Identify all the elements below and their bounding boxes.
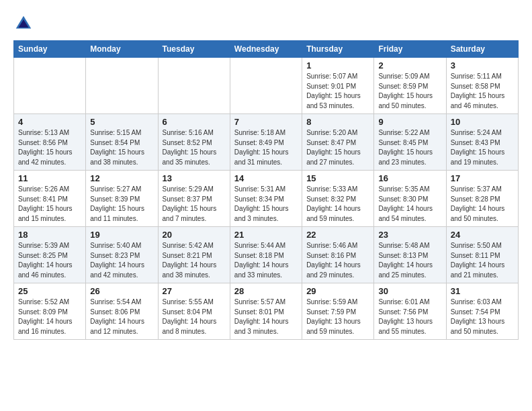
day-number: 16: [378, 173, 441, 183]
column-header-thursday: Thursday: [302, 41, 374, 58]
day-info: Sunrise: 5:57 AM Sunset: 8:01 PM Dayligh…: [234, 298, 298, 336]
day-cell: [86, 58, 158, 114]
day-cell: 6Sunrise: 5:16 AM Sunset: 8:52 PM Daylig…: [158, 114, 230, 171]
column-header-friday: Friday: [374, 41, 446, 58]
day-cell: 8Sunrise: 5:20 AM Sunset: 8:47 PM Daylig…: [302, 114, 374, 171]
day-number: 18: [18, 230, 81, 240]
day-number: 21: [234, 230, 298, 240]
day-info: Sunrise: 5:46 AM Sunset: 8:16 PM Dayligh…: [306, 241, 369, 280]
day-cell: 7Sunrise: 5:18 AM Sunset: 8:49 PM Daylig…: [230, 114, 302, 171]
day-info: Sunrise: 5:40 AM Sunset: 8:23 PM Dayligh…: [90, 241, 153, 280]
day-info: Sunrise: 6:03 AM Sunset: 7:54 PM Dayligh…: [451, 298, 514, 336]
day-cell: 5Sunrise: 5:15 AM Sunset: 8:54 PM Daylig…: [86, 114, 158, 171]
day-info: Sunrise: 5:42 AM Sunset: 8:21 PM Dayligh…: [163, 241, 226, 280]
column-header-tuesday: Tuesday: [158, 41, 230, 58]
day-number: 3: [451, 60, 514, 71]
day-info: Sunrise: 5:54 AM Sunset: 8:06 PM Dayligh…: [90, 298, 153, 336]
week-row-1: 1Sunrise: 5:07 AM Sunset: 9:01 PM Daylig…: [14, 58, 519, 114]
day-info: Sunrise: 5:59 AM Sunset: 7:59 PM Dayligh…: [306, 298, 369, 336]
day-info: Sunrise: 5:15 AM Sunset: 8:54 PM Dayligh…: [90, 128, 153, 167]
day-number: 27: [163, 286, 226, 296]
day-number: 30: [378, 286, 441, 296]
day-info: Sunrise: 5:16 AM Sunset: 8:52 PM Dayligh…: [163, 128, 226, 167]
day-cell: 24Sunrise: 5:50 AM Sunset: 8:11 PM Dayli…: [446, 227, 518, 283]
column-header-sunday: Sunday: [14, 41, 86, 58]
day-info: Sunrise: 5:37 AM Sunset: 8:28 PM Dayligh…: [451, 185, 514, 224]
day-number: 25: [18, 286, 81, 296]
day-cell: 25Sunrise: 5:52 AM Sunset: 8:09 PM Dayli…: [14, 283, 86, 340]
day-info: Sunrise: 5:07 AM Sunset: 9:01 PM Dayligh…: [306, 72, 369, 111]
day-info: Sunrise: 6:01 AM Sunset: 7:56 PM Dayligh…: [378, 298, 441, 336]
day-info: Sunrise: 5:20 AM Sunset: 8:47 PM Dayligh…: [306, 128, 369, 167]
day-number: 6: [163, 117, 226, 127]
day-number: 10: [451, 117, 514, 127]
day-cell: 1Sunrise: 5:07 AM Sunset: 9:01 PM Daylig…: [302, 58, 374, 114]
day-cell: 17Sunrise: 5:37 AM Sunset: 8:28 PM Dayli…: [446, 171, 518, 227]
day-number: 26: [90, 286, 153, 296]
day-cell: 14Sunrise: 5:31 AM Sunset: 8:34 PM Dayli…: [230, 171, 302, 227]
day-number: 5: [90, 117, 153, 127]
day-info: Sunrise: 5:13 AM Sunset: 8:56 PM Dayligh…: [18, 128, 81, 167]
day-info: Sunrise: 5:26 AM Sunset: 8:41 PM Dayligh…: [18, 185, 81, 224]
day-cell: 31Sunrise: 6:03 AM Sunset: 7:54 PM Dayli…: [446, 283, 518, 340]
column-header-wednesday: Wednesday: [230, 41, 302, 58]
day-info: Sunrise: 5:11 AM Sunset: 8:58 PM Dayligh…: [451, 72, 514, 111]
day-cell: 11Sunrise: 5:26 AM Sunset: 8:41 PM Dayli…: [14, 171, 86, 227]
week-row-4: 18Sunrise: 5:39 AM Sunset: 8:25 PM Dayli…: [14, 227, 519, 283]
week-row-3: 11Sunrise: 5:26 AM Sunset: 8:41 PM Dayli…: [14, 171, 519, 227]
day-info: Sunrise: 5:27 AM Sunset: 8:39 PM Dayligh…: [90, 185, 153, 224]
header-row: SundayMondayTuesdayWednesdayThursdayFrid…: [14, 41, 519, 58]
day-number: 13: [163, 173, 226, 183]
day-info: Sunrise: 5:09 AM Sunset: 8:59 PM Dayligh…: [378, 72, 441, 111]
day-info: Sunrise: 5:22 AM Sunset: 8:45 PM Dayligh…: [378, 128, 441, 167]
day-info: Sunrise: 5:24 AM Sunset: 8:43 PM Dayligh…: [451, 128, 514, 167]
day-cell: 19Sunrise: 5:40 AM Sunset: 8:23 PM Dayli…: [86, 227, 158, 283]
day-number: 31: [451, 286, 514, 296]
week-row-5: 25Sunrise: 5:52 AM Sunset: 8:09 PM Dayli…: [14, 283, 519, 340]
day-number: 9: [378, 117, 441, 127]
day-info: Sunrise: 5:55 AM Sunset: 8:04 PM Dayligh…: [163, 298, 226, 336]
day-number: 2: [378, 60, 441, 71]
day-number: 8: [306, 117, 369, 127]
week-row-2: 4Sunrise: 5:13 AM Sunset: 8:56 PM Daylig…: [14, 114, 519, 171]
day-cell: 9Sunrise: 5:22 AM Sunset: 8:45 PM Daylig…: [374, 114, 446, 171]
day-cell: 4Sunrise: 5:13 AM Sunset: 8:56 PM Daylig…: [14, 114, 86, 171]
day-number: 12: [90, 173, 153, 183]
day-info: Sunrise: 5:44 AM Sunset: 8:18 PM Dayligh…: [234, 241, 298, 280]
day-cell: 21Sunrise: 5:44 AM Sunset: 8:18 PM Dayli…: [230, 227, 302, 283]
day-info: Sunrise: 5:52 AM Sunset: 8:09 PM Dayligh…: [18, 298, 81, 336]
day-number: 19: [90, 230, 153, 240]
day-number: 7: [234, 117, 298, 127]
day-cell: 3Sunrise: 5:11 AM Sunset: 8:58 PM Daylig…: [446, 58, 518, 114]
day-cell: 18Sunrise: 5:39 AM Sunset: 8:25 PM Dayli…: [14, 227, 86, 283]
day-cell: 2Sunrise: 5:09 AM Sunset: 8:59 PM Daylig…: [374, 58, 446, 114]
day-number: 20: [163, 230, 226, 240]
day-info: Sunrise: 5:48 AM Sunset: 8:13 PM Dayligh…: [378, 241, 441, 280]
day-info: Sunrise: 5:33 AM Sunset: 8:32 PM Dayligh…: [306, 185, 369, 224]
day-cell: 15Sunrise: 5:33 AM Sunset: 8:32 PM Dayli…: [302, 171, 374, 227]
day-cell: 30Sunrise: 6:01 AM Sunset: 7:56 PM Dayli…: [374, 283, 446, 340]
column-header-monday: Monday: [86, 41, 158, 58]
day-number: 29: [306, 286, 369, 296]
day-info: Sunrise: 5:50 AM Sunset: 8:11 PM Dayligh…: [451, 241, 514, 280]
column-header-saturday: Saturday: [446, 41, 518, 58]
logo: [13, 13, 36, 34]
day-number: 22: [306, 230, 369, 240]
day-cell: 22Sunrise: 5:46 AM Sunset: 8:16 PM Dayli…: [302, 227, 374, 283]
day-cell: 13Sunrise: 5:29 AM Sunset: 8:37 PM Dayli…: [158, 171, 230, 227]
day-number: 17: [451, 173, 514, 183]
day-number: 24: [451, 230, 514, 240]
day-cell: 10Sunrise: 5:24 AM Sunset: 8:43 PM Dayli…: [446, 114, 518, 171]
page-header: [13, 13, 519, 34]
day-cell: 26Sunrise: 5:54 AM Sunset: 8:06 PM Dayli…: [86, 283, 158, 340]
day-cell: 23Sunrise: 5:48 AM Sunset: 8:13 PM Dayli…: [374, 227, 446, 283]
day-number: 4: [18, 117, 81, 127]
day-number: 23: [378, 230, 441, 240]
day-cell: [158, 58, 230, 114]
calendar-body: 1Sunrise: 5:07 AM Sunset: 9:01 PM Daylig…: [14, 58, 519, 340]
day-cell: 29Sunrise: 5:59 AM Sunset: 7:59 PM Dayli…: [302, 283, 374, 340]
day-number: 1: [306, 60, 369, 71]
day-cell: 12Sunrise: 5:27 AM Sunset: 8:39 PM Dayli…: [86, 171, 158, 227]
day-number: 14: [234, 173, 298, 183]
day-info: Sunrise: 5:29 AM Sunset: 8:37 PM Dayligh…: [163, 185, 226, 224]
